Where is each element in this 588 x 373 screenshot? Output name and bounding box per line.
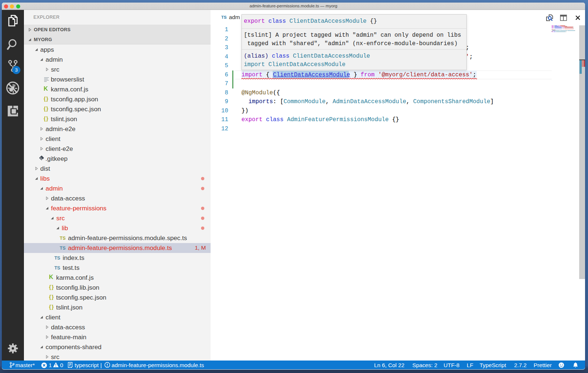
- svg-text:3: 3: [15, 67, 18, 73]
